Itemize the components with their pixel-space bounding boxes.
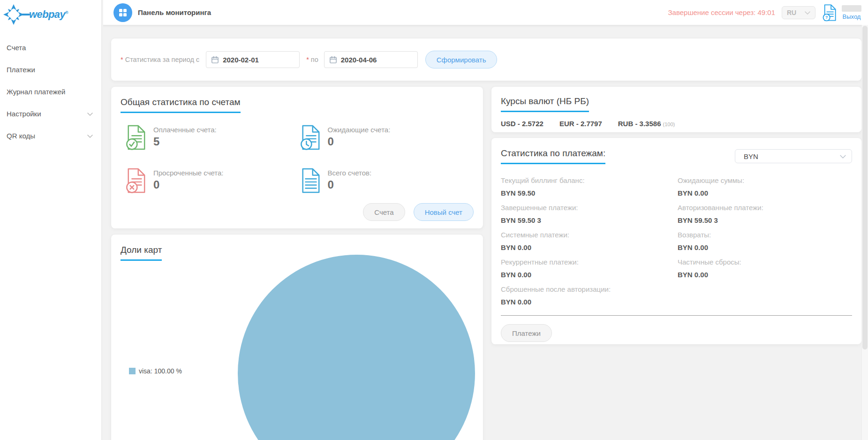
period-label: *Статистика за период с: [121, 56, 199, 63]
rub-rate: RUB - 3.3586(100): [618, 120, 675, 128]
username-redacted: [842, 5, 861, 12]
chevron-down-icon: [87, 132, 93, 140]
pie-legend: visa: 100.00 %: [129, 367, 182, 375]
sidebar-menu: Счета Платежи Журнал платежей Настройки …: [0, 37, 101, 147]
calendar-icon: [211, 56, 219, 64]
pie-chart: [238, 255, 475, 440]
generate-report-button[interactable]: Сформировать: [425, 51, 498, 68]
usd-rate: USD - 2.5722: [501, 120, 545, 128]
accounts-card-title: Общая статистика по счетам: [121, 97, 241, 113]
calendar-icon: [329, 56, 337, 64]
stat-value: 5: [153, 135, 217, 148]
payments-statistics-card: Статистика по платежам: BYN Текущий билл…: [491, 138, 861, 344]
header-right: Завершение сессии через: 49:01 RU ? Выхо…: [668, 4, 868, 22]
date-to-input[interactable]: 2020-04-06: [324, 51, 418, 68]
webpay-logo[interactable]: webpay®: [0, 0, 101, 28]
header: Панель мониторинга Завершение сессии чер…: [103, 0, 868, 25]
currency-value: BYN: [744, 152, 758, 160]
grid-icon: [119, 9, 127, 16]
stat-pending-accounts: Ожидающие счета: 0: [300, 124, 474, 152]
date-to-value: 2020-04-06: [341, 56, 377, 64]
new-account-button[interactable]: Новый счет: [414, 203, 474, 221]
currency-select[interactable]: BYN: [735, 149, 852, 163]
logout-link[interactable]: Выход: [843, 13, 861, 20]
stat-system-payments: Системные платежи: BYN 0.00: [501, 231, 678, 251]
sidebar-item-accounts[interactable]: Счета: [0, 37, 101, 59]
sidebar-item-settings[interactable]: Настройки: [0, 103, 101, 125]
date-from-input[interactable]: 2020-02-01: [206, 51, 300, 68]
required-asterisk: *: [121, 56, 123, 63]
chevron-down-icon: [87, 110, 93, 118]
sidebar-item-qr-codes[interactable]: QR коды: [0, 125, 101, 147]
stat-value: 0: [153, 178, 224, 191]
period-filter-card: *Статистика за период с 2020-02-01 *по 2…: [111, 38, 861, 81]
accounts-statistics-card: Общая статистика по счетам Оплаченные сч…: [111, 87, 483, 228]
stat-refunds: Возвраты: BYN 0.00: [678, 231, 852, 251]
scrollbar-thumb[interactable]: [862, 26, 868, 349]
sidebar: webpay® Счета Платежи Журнал платежей На…: [0, 0, 102, 440]
stat-billing-balance: Текущий биллинг баланс: BYN 59.50: [501, 176, 678, 197]
accounts-card-buttons: Счета Новый счет: [363, 203, 474, 221]
date-from-value: 2020-02-01: [223, 56, 259, 64]
to-label: *по: [306, 56, 318, 63]
session-timer: Завершение сессии через: 49:01: [668, 8, 775, 16]
stat-overdue-accounts: Просроченные счета: 0: [125, 167, 300, 196]
eur-rate: EUR - 2.7797: [559, 120, 604, 128]
stat-label: Всего счетов:: [328, 169, 372, 177]
language-select[interactable]: RU: [782, 6, 815, 19]
stat-pending-sums: Ожидающие суммы: BYN 0.00: [678, 176, 852, 197]
card-shares-card: Доли карт visa: 100.00 %: [111, 235, 483, 440]
stat-authorized-payments: Авторизованные платежи: BYN 59.50 3: [678, 204, 852, 224]
paid-document-check-icon: [125, 124, 147, 152]
required-asterisk: *: [306, 56, 309, 63]
payments-button[interactable]: Платежи: [501, 324, 552, 342]
svg-text:?: ?: [825, 15, 828, 20]
brand-name: webpay®: [29, 8, 68, 21]
chevron-down-icon: [840, 152, 846, 160]
legend-swatch: [129, 368, 136, 374]
help-document-icon[interactable]: ?: [822, 4, 837, 22]
main-content: *Статистика за период с 2020-02-01 *по 2…: [103, 25, 868, 440]
legend-label: visa: 100.00 %: [139, 367, 182, 375]
page-title: Панель мониторинга: [138, 8, 211, 16]
stat-label: Оплаченные счета:: [153, 126, 217, 134]
stat-partial-reversals: Частичные сбросы: BYN 0.00: [678, 258, 852, 279]
stat-total-accounts: Всего счетов: 0: [300, 167, 474, 196]
accounts-stats-grid: Оплаченные счета: 5 Ожидающие счета: 0: [121, 124, 474, 196]
rub-rate-note: (100): [663, 121, 675, 127]
user-box: Выход: [842, 5, 861, 20]
stat-recurrent-payments: Рекуррентные платежи: BYN 0.00: [501, 258, 678, 279]
apps-grid-button[interactable]: [113, 3, 132, 22]
stat-reversed-after-auth: Сброшенные после авторизации: BYN 0.00: [501, 285, 678, 306]
rates-row: USD - 2.5722 EUR - 2.7797 RUB - 3.3586(1…: [501, 120, 852, 128]
card-shares-title: Доли карт: [121, 245, 162, 261]
stat-paid-accounts: Оплаченные счета: 5: [125, 124, 300, 152]
language-value: RU: [787, 9, 796, 16]
currency-rates-card: Курсы валют (НБ РБ) USD - 2.5722 EUR - 2…: [491, 87, 861, 132]
stat-label: Ожидающие счета:: [328, 126, 391, 134]
stat-label: Просроченные счета:: [153, 169, 224, 177]
sidebar-item-payments[interactable]: Платежи: [0, 59, 101, 81]
trademark-mark: ®: [65, 10, 68, 15]
stat-value: 0: [328, 135, 391, 148]
stat-value: 0: [328, 178, 372, 191]
rates-card-title: Курсы валют (НБ РБ): [501, 96, 589, 112]
sidebar-item-payment-journal[interactable]: Журнал платежей: [0, 81, 101, 103]
total-document-lines-icon: [300, 167, 321, 196]
pending-document-clock-icon: [300, 124, 321, 152]
payments-card-title: Статистика по платежам:: [501, 148, 605, 164]
payments-stats-grid: Текущий биллинг баланс: BYN 59.50 Ожидаю…: [501, 176, 852, 306]
chevron-down-icon: [805, 9, 810, 16]
accounts-button[interactable]: Счета: [363, 203, 405, 221]
stat-completed-payments: Завершенные платежи: BYN 59.50 3: [501, 204, 678, 224]
divider: [501, 315, 852, 316]
overdue-document-x-icon: [125, 167, 147, 196]
vertical-scrollbar[interactable]: [861, 25, 868, 440]
